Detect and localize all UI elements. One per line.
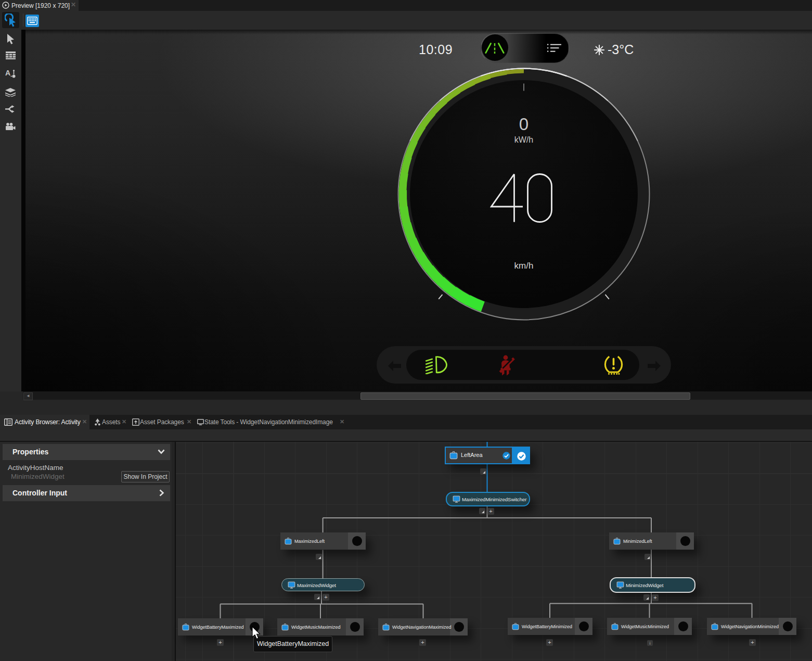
svg-text:A: A <box>5 69 10 77</box>
